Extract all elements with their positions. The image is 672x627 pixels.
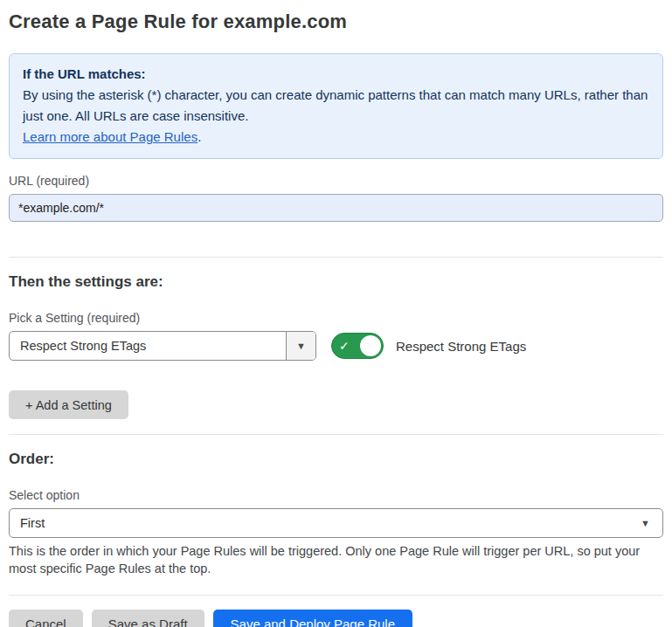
save-draft-button[interactable]: Save as Draft xyxy=(92,610,204,627)
order-select-arrow: ▼ xyxy=(641,509,662,537)
info-box-heading: If the URL matches: xyxy=(23,64,649,85)
url-label: URL (required) xyxy=(9,174,663,188)
toggle-label: Respect Strong ETags xyxy=(396,339,526,354)
setting-select-value: Respect Strong ETags xyxy=(10,332,286,360)
cancel-button[interactable]: Cancel xyxy=(9,610,83,627)
etag-toggle[interactable]: ✓ xyxy=(331,333,384,359)
save-deploy-button[interactable]: Save and Deploy Page Rule xyxy=(213,610,412,627)
url-input[interactable] xyxy=(9,194,663,222)
setting-select-arrow-button[interactable]: ▼ xyxy=(286,332,315,360)
settings-heading: Then the settings are: xyxy=(9,273,663,291)
action-bar: Cancel Save as Draft Save and Deploy Pag… xyxy=(9,610,663,627)
chevron-down-icon: ▼ xyxy=(641,519,650,528)
page-title: Create a Page Rule for example.com xyxy=(9,10,663,33)
info-box-body: By using the asterisk (*) character, you… xyxy=(23,85,649,127)
divider xyxy=(9,434,663,435)
learn-more-link[interactable]: Learn more about Page Rules xyxy=(23,129,197,144)
pick-setting-label: Pick a Setting (required) xyxy=(9,311,663,325)
check-icon: ✓ xyxy=(339,339,350,353)
order-select-value: First xyxy=(10,509,641,537)
order-select-label: Select option xyxy=(9,488,663,502)
setting-select[interactable]: Respect Strong ETags ▼ xyxy=(9,331,316,361)
link-period: . xyxy=(197,129,201,144)
chevron-down-icon: ▼ xyxy=(296,341,306,351)
order-help-text: This is the order in which your Page Rul… xyxy=(9,542,663,577)
divider xyxy=(9,595,663,596)
setting-row: Respect Strong ETags ▼ ✓ Respect Strong … xyxy=(9,331,663,361)
page-rule-form: Create a Page Rule for example.com If th… xyxy=(0,0,672,627)
divider xyxy=(9,257,663,258)
info-box-link-line: Learn more about Page Rules. xyxy=(23,127,649,148)
toggle-knob xyxy=(360,335,381,356)
add-setting-button[interactable]: + Add a Setting xyxy=(9,390,128,419)
order-heading: Order: xyxy=(9,451,663,468)
order-select[interactable]: First ▼ xyxy=(9,508,663,538)
url-match-info-box: If the URL matches: By using the asteris… xyxy=(9,53,663,159)
